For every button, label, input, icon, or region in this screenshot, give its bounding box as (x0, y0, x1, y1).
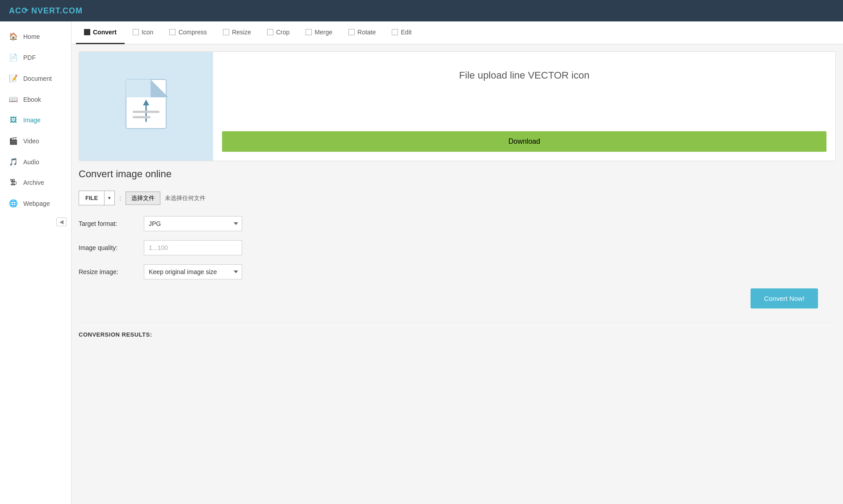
image-quality-label: Image quality: (79, 244, 137, 251)
tab-icon[interactable]: Icon (125, 21, 161, 44)
sidebar-collapse: ◀ (0, 214, 71, 230)
document-icon: 📝 (9, 74, 18, 83)
pdf-icon: 📄 (9, 53, 18, 62)
convert-section: Convert image online FILE ▾ : 选择文件 未选择任何… (79, 168, 836, 308)
file-type-button[interactable]: FILE (79, 191, 105, 205)
tab-rotate-icon (348, 29, 355, 35)
resize-image-row: Resize image: Keep original image size C… (79, 264, 836, 279)
archive-icon: 🗜 (9, 179, 18, 187)
sidebar-item-pdf[interactable]: 📄 PDF (0, 47, 71, 68)
file-choose-button[interactable]: 选择文件 (126, 192, 160, 205)
brand-prefix: AC (9, 6, 21, 15)
sidebar-item-image[interactable]: 🖼 Image (0, 110, 71, 130)
main-layout: 🏠 Home 📄 PDF 📝 Document 📖 Ebook 🖼 Image … (0, 21, 843, 504)
tab-edit-icon (392, 29, 398, 35)
main-content: Convert Icon Compress Resize Crop Merge (71, 21, 843, 504)
tab-icon-label: Icon (142, 29, 153, 36)
video-icon: 🎬 (9, 137, 18, 145)
tabs-bar: Convert Icon Compress Resize Crop Merge (71, 21, 843, 44)
tab-convert[interactable]: Convert (76, 21, 125, 44)
download-button[interactable]: Download (222, 131, 826, 152)
sidebar-item-label: Video (23, 137, 39, 145)
tab-compress-icon (169, 29, 176, 35)
preview-info: File upload line VECTOR icon Download (213, 52, 835, 161)
tab-compress-label: Compress (178, 29, 207, 36)
image-quality-row: Image quality: (79, 240, 836, 255)
sidebar-item-label: Ebook (23, 96, 41, 103)
sidebar-item-label: Home (23, 33, 40, 40)
sidebar-item-home[interactable]: 🏠 Home (0, 26, 71, 47)
tab-resize[interactable]: Resize (215, 21, 259, 44)
sidebar-collapse-button[interactable]: ◀ (56, 217, 67, 226)
sidebar-item-label: Webpage (23, 200, 50, 207)
file-btn-group: FILE ▾ (79, 191, 115, 205)
brand-icon: ⟳ (21, 6, 29, 15)
tab-rotate-label: Rotate (357, 29, 376, 36)
tab-edit[interactable]: Edit (384, 21, 419, 44)
resize-image-select[interactable]: Keep original image size Custom size 640… (144, 264, 242, 279)
sidebar-item-video[interactable]: 🎬 Video (0, 130, 71, 151)
tab-convert-icon (84, 29, 90, 35)
ebook-icon: 📖 (9, 95, 18, 104)
sidebar-item-label: Image (23, 117, 41, 124)
sidebar-item-label: Document (23, 75, 52, 82)
tab-resize-label: Resize (232, 29, 251, 36)
tab-merge-label: Merge (315, 29, 332, 36)
navbar: AC⟳ NVERT.COM (0, 0, 843, 21)
sidebar-item-webpage[interactable]: 🌐 Webpage (0, 193, 71, 214)
file-no-selected-text: 未选择任何文件 (165, 194, 206, 202)
sidebar-item-ebook[interactable]: 📖 Ebook (0, 89, 71, 110)
audio-icon: 🎵 (9, 158, 18, 166)
brand-logo: AC⟳ NVERT.COM (9, 6, 83, 16)
preview-area: File upload line VECTOR icon Download (79, 51, 836, 161)
image-quality-input[interactable] (144, 240, 242, 255)
convert-actions: Convert Now! (79, 288, 827, 308)
sidebar-item-label: Audio (23, 158, 39, 166)
image-icon: 🖼 (9, 116, 18, 124)
results-title: CONVERSION RESULTS: (79, 331, 836, 338)
file-row: FILE ▾ : 选择文件 未选择任何文件 (79, 191, 836, 205)
svg-rect-6 (133, 111, 159, 113)
tab-merge-icon (306, 29, 312, 35)
sidebar-item-label: Archive (23, 179, 44, 186)
svg-rect-2 (126, 79, 151, 97)
tab-resize-icon (223, 29, 229, 35)
tab-compress[interactable]: Compress (161, 21, 215, 44)
tab-rotate[interactable]: Rotate (340, 21, 384, 44)
target-format-label: Target format: (79, 220, 137, 227)
convert-now-button[interactable]: Convert Now! (751, 288, 818, 308)
svg-rect-7 (133, 116, 151, 118)
file-colon: : (119, 195, 121, 202)
sidebar-item-audio[interactable]: 🎵 Audio (0, 151, 71, 172)
tab-convert-label: Convert (93, 29, 117, 36)
target-format-row: Target format: JPG PNG GIF BMP TIFF WEBP… (79, 216, 836, 231)
sidebar-item-label: PDF (23, 54, 36, 61)
sidebar-item-archive[interactable]: 🗜 Archive (0, 172, 71, 193)
upload-illustration (79, 52, 213, 161)
sidebar: 🏠 Home 📄 PDF 📝 Document 📖 Ebook 🖼 Image … (0, 21, 71, 504)
resize-image-label: Resize image: (79, 268, 137, 275)
tab-icon-icon (133, 29, 139, 35)
brand-suffix: NVERT.COM (29, 6, 83, 15)
tab-merge[interactable]: Merge (298, 21, 340, 44)
tab-crop-label: Crop (276, 29, 289, 36)
tab-crop-icon (267, 29, 273, 35)
target-format-select[interactable]: JPG PNG GIF BMP TIFF WEBP SVG PDF (144, 216, 242, 231)
home-icon: 🏠 (9, 32, 18, 41)
preview-thumbnail (79, 52, 213, 161)
tab-crop[interactable]: Crop (259, 21, 298, 44)
file-type-dropdown-button[interactable]: ▾ (105, 191, 115, 205)
preview-vector-text: File upload line VECTOR icon (459, 70, 590, 81)
webpage-icon: 🌐 (9, 199, 18, 208)
results-section: CONVERSION RESULTS: (79, 322, 836, 338)
sidebar-item-document[interactable]: 📝 Document (0, 68, 71, 89)
tab-edit-label: Edit (401, 29, 411, 36)
convert-title: Convert image online (79, 168, 836, 180)
